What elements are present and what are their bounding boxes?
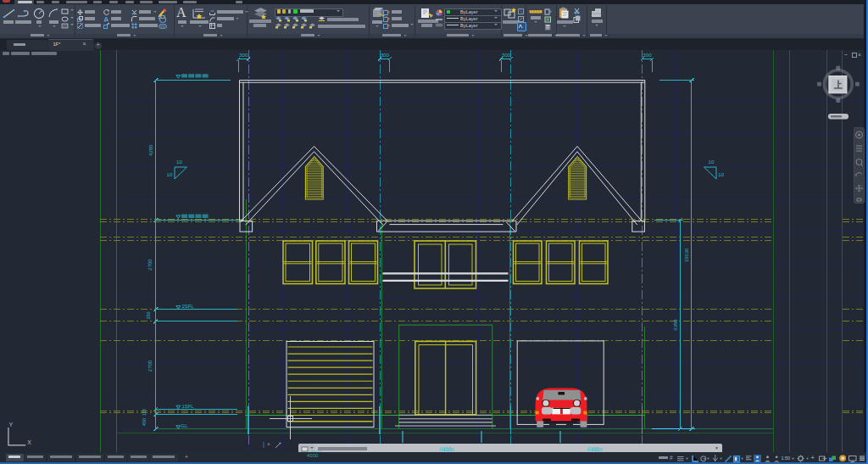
svg-text:10630: 10630 — [684, 248, 689, 262]
svg-text:10: 10 — [176, 159, 182, 165]
svg-text:300: 300 — [239, 52, 248, 58]
svg-text:Y: Y — [9, 422, 14, 428]
svg-text:10: 10 — [709, 159, 715, 165]
svg-text:2700: 2700 — [147, 360, 153, 372]
svg-text:GL: GL — [181, 423, 189, 428]
svg-text:1SFL: 1SFL — [181, 404, 194, 409]
svg-text:4280: 4280 — [148, 144, 153, 156]
svg-text:X: X — [27, 439, 31, 445]
svg-text:2700: 2700 — [147, 259, 153, 271]
svg-text:150: 150 — [142, 408, 147, 416]
svg-text:350: 350 — [146, 312, 151, 320]
svg-text:450: 450 — [142, 418, 147, 426]
svg-text:10: 10 — [718, 171, 724, 177]
svg-text:2SFL: 2SFL — [181, 304, 194, 309]
svg-text:6350: 6350 — [673, 319, 678, 331]
svg-text:10: 10 — [167, 171, 173, 177]
svg-text:300: 300 — [381, 52, 390, 58]
svg-text:300: 300 — [502, 52, 511, 58]
svg-text:300: 300 — [643, 52, 652, 58]
